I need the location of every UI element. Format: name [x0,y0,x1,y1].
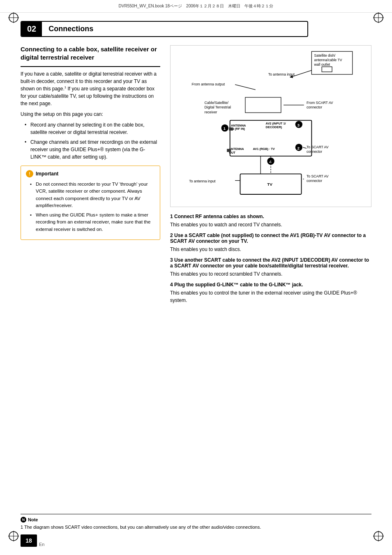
footer-area: N Note 1 The diagram shows SCART video c… [21,514,371,530]
step-4-header: 4 Plug the supplied G-LINK™ cable to the… [170,282,371,288]
svg-text:Satellite dish/: Satellite dish/ [314,53,336,58]
step-2-body: This enables you to watch discs. [170,246,371,253]
note-text: 1 The diagram shows SCART video connecti… [21,524,371,530]
bullet-item-2: Change channels and set timer recordings… [25,138,160,161]
svg-rect-24 [245,97,281,113]
svg-text:To SCART AV: To SCART AV [307,145,329,149]
svg-text:DECODER): DECODER) [266,125,282,129]
step-1-body: This enables you to watch and record TV … [170,221,371,228]
corner-mark-bl [8,531,19,543]
svg-text:Digital Terrestrial: Digital Terrestrial [205,105,231,109]
svg-text:To antenna input: To antenna input [268,72,295,76]
chapter-number: 02 [21,22,42,36]
bullet-item-1: Record any channel by selecting it on th… [25,121,160,136]
svg-line-48 [303,147,307,148]
important-list: Do not connect this recorder to your TV … [30,181,155,233]
svg-text:ANTENNA: ANTENNA [231,124,246,127]
note-header: N Note [21,517,371,523]
svg-text:1: 1 [223,126,226,131]
intro-paragraph-1: If you have a cable, satellite or digita… [21,70,160,107]
step-3-title: Use another SCART cable to connect the A… [170,257,369,269]
chapter-header: 02 Connections [21,21,308,37]
important-box: ! Important Do not connect this recorder… [21,166,160,240]
two-column-layout: Connecting to a cable box, satellite rec… [21,45,371,308]
important-item-2: When using the GUIDE Plus+ system to mak… [30,212,155,233]
svg-text:From antenna output: From antenna output [191,82,225,86]
step-1-number: 1 [170,214,174,219]
svg-text:AV1 (RGB) · TV: AV1 (RGB) · TV [253,147,275,151]
svg-text:connector: connector [307,150,322,154]
step-2-header: 2 Use a SCART cable (not supplied) to co… [170,233,371,244]
important-header: ! Important [26,170,155,177]
file-info-text: DVR550H_WV_EN.book 18ページ 2006年１２月２８日 木曜日… [119,3,274,9]
corner-mark-tr [373,12,384,24]
step-4-body: This enables you to control the tuner in… [170,289,371,304]
warning-icon: ! [26,170,33,177]
section-title: Connecting to a cable box, satellite rec… [21,45,160,61]
step-1-title: Connect RF antenna cables as shown. [174,214,264,219]
corner-mark-br [373,531,384,543]
step-2-number: 2 [170,233,174,238]
note-icon: N [21,517,26,523]
svg-text:IN (RF IN): IN (RF IN) [231,127,245,131]
step-1-header: 1 Connect RF antenna cables as shown. [170,214,371,219]
connection-diagram: Satellite dish/ antenna/cable TV wall ou… [174,49,368,202]
svg-text:To antenna input: To antenna input [189,179,216,183]
step-3-number: 3 [170,257,174,263]
main-content: 02 Connections Connecting to a cable box… [0,13,392,316]
svg-text:3: 3 [297,123,300,127]
right-column: Satellite dish/ antenna/cable TV wall ou… [170,45,371,308]
svg-line-20 [235,85,256,90]
svg-text:TV: TV [267,182,272,187]
bullet-list: Record any channel by selecting it on th… [25,121,160,161]
svg-text:wall outlet: wall outlet [314,62,330,67]
step-3-body: This enables you to record scrambled TV … [170,270,371,278]
step-1: 1 Connect RF antenna cables as shown. Th… [170,214,371,228]
svg-text:antenna/cable TV: antenna/cable TV [314,58,342,62]
svg-text:connector: connector [307,105,322,109]
svg-text:To SCART AV: To SCART AV [307,174,329,178]
svg-text:Cable/Satellite/: Cable/Satellite/ [205,101,229,105]
chapter-title: Connections [42,22,100,36]
step-2-title: Use a SCART cable (not supplied) to conn… [170,233,366,244]
step-4-title: Plug the supplied G-LINK™ cable to the G… [174,282,303,288]
steps-area: 1 Connect RF antenna cables as shown. Th… [170,214,371,304]
note-label: Note [28,517,38,522]
important-label: Important [36,171,58,177]
svg-text:4: 4 [269,159,272,164]
section-rule [21,66,160,67]
step-4-number: 4 [170,282,174,288]
step-4: 4 Plug the supplied G-LINK™ cable to the… [170,282,371,304]
using-text: Using the setup on this page you can: [21,111,160,118]
page-lang: En [39,542,44,547]
file-info-bar: DVR550H_WV_EN.book 18ページ 2006年１２月２８日 木曜日… [0,0,392,13]
svg-text:2: 2 [297,146,300,150]
left-column: Connecting to a cable box, satellite rec… [21,45,160,308]
svg-rect-43 [227,149,231,152]
corner-mark-tl [8,12,19,24]
svg-text:receiver: receiver [205,110,217,114]
diagram-area: Satellite dish/ antenna/cable TV wall ou… [170,45,371,207]
svg-rect-31 [229,127,233,130]
page-number: 18 [21,534,37,547]
svg-rect-16 [322,67,332,71]
important-item-1: Do not connect this recorder to your TV … [30,181,155,209]
step-3-header: 3 Use another SCART cable to connect the… [170,257,371,269]
svg-text:connector: connector [307,179,322,183]
svg-text:From SCART AV: From SCART AV [307,101,333,105]
step-3: 3 Use another SCART cable to connect the… [170,257,371,278]
svg-text:ANTENNA: ANTENNA [229,147,244,151]
step-2: 2 Use a SCART cable (not supplied) to co… [170,233,371,253]
page: DVR550H_WV_EN.book 18ページ 2006年１２月２８日 木曜日… [0,0,392,555]
svg-text:AV2 (INPUT 1/: AV2 (INPUT 1/ [266,122,286,125]
